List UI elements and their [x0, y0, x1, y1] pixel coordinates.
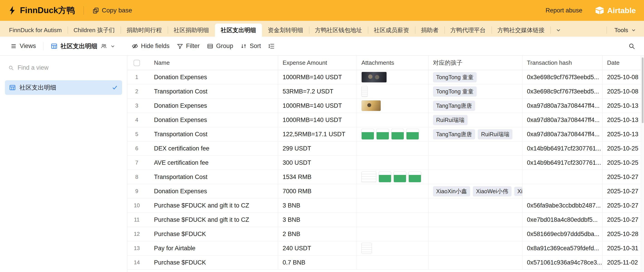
cell-name[interactable]: DEX certification fee — [146, 141, 278, 155]
attachment-thumb-receipt-green[interactable] — [362, 129, 374, 140]
cell-date[interactable]: 2025-10-25 — [602, 156, 640, 170]
cell-transaction-hash[interactable] — [522, 184, 602, 198]
cell-date[interactable]: 2025-10-13 — [602, 127, 640, 141]
table-row[interactable]: 6DEX certification fee299 USDT0x14b9b649… — [127, 141, 644, 156]
cell-name[interactable]: Donation Expenses — [146, 70, 278, 84]
attachment-thumb-receipt-green[interactable] — [391, 129, 404, 140]
attachment-thumb-receipt-tall[interactable] — [362, 86, 368, 97]
attachment-thumb-receipt-green[interactable] — [394, 172, 406, 182]
cell-date[interactable]: 2025-10-27 — [602, 213, 640, 227]
column-header-5[interactable]: Date — [602, 56, 640, 70]
tab-7[interactable]: 社区成员薪资 — [368, 23, 415, 37]
cell-expense-amount[interactable]: 3 BNB — [278, 213, 357, 227]
child-tag[interactable]: TongTong 童童 — [433, 86, 477, 97]
active-view-button[interactable]: 社区支出明细 — [47, 40, 119, 52]
vertical-scrollbar[interactable] — [641, 56, 644, 272]
cell-attachments[interactable] — [357, 99, 428, 113]
cell-attachments[interactable] — [357, 127, 428, 141]
child-tag[interactable]: Xi — [514, 187, 522, 196]
cell-expense-amount[interactable]: 240 USDT — [278, 241, 357, 255]
tabs-overflow-button[interactable] — [550, 23, 566, 37]
cell-date[interactable]: 2025-10-27 — [602, 199, 640, 213]
column-header-4[interactable]: Transaction hash — [522, 56, 602, 70]
cell-attachments[interactable] — [357, 70, 428, 84]
cell-transaction-hash[interactable]: 0x14b9b64917cf2307761... — [522, 141, 602, 155]
attachment-thumb-receipt-green[interactable] — [378, 172, 391, 182]
attachment-thumb-photo-dark[interactable] — [362, 72, 387, 83]
cell-expense-amount[interactable]: 3 BNB — [278, 199, 357, 213]
child-tag[interactable]: XiaoWei小伟 — [473, 186, 512, 196]
cell-name[interactable]: Purchase $FDUCK — [146, 227, 278, 241]
column-header-2[interactable]: Attachments — [357, 56, 428, 70]
table-row[interactable]: 10Purchase $FDUCK and gift it to CZ3 BNB… — [127, 199, 644, 213]
table-row[interactable]: 12Purchase $FDUCK2 BNB0x581669ecb97ddd5d… — [127, 227, 644, 241]
cell-attachments[interactable] — [357, 84, 428, 98]
tab-6[interactable]: 方鸭社区钱包地址 — [309, 23, 368, 37]
tab-0[interactable]: FinnDuck for Autism — [3, 23, 68, 37]
cell-name[interactable]: Donation Expenses — [146, 113, 278, 127]
cell-name[interactable]: Transportation Cost — [146, 84, 278, 98]
column-header-1[interactable]: Expense Amount — [278, 56, 357, 70]
cell-expense-amount[interactable]: 299 USDT — [278, 141, 357, 155]
cell-date[interactable]: 2025-10-13 — [602, 113, 640, 127]
cell-attachments[interactable] — [357, 170, 428, 184]
cell-children[interactable] — [428, 199, 522, 213]
cell-name[interactable]: Donation Expenses — [146, 99, 278, 113]
table-row[interactable]: 4Donation Expenses1000RMB=140 USDTRuiRui… — [127, 113, 644, 127]
find-view-input[interactable] — [18, 64, 119, 71]
table-row[interactable]: 3Donation Expenses1000RMB=140 USDTTangTa… — [127, 99, 644, 113]
attachment-thumb-photo-warm[interactable] — [362, 100, 381, 111]
table-row[interactable]: 11Purchase $FDUCK and gift it to CZ3 BNB… — [127, 213, 644, 227]
table-row[interactable]: 2Transportation Cost53RMB=7.2 USDTTongTo… — [127, 84, 644, 99]
cell-attachments[interactable] — [357, 241, 428, 255]
tab-1[interactable]: Children 孩子们 — [68, 23, 121, 37]
table-row[interactable]: 1Donation Expenses1000RMB=140 USDTTongTo… — [127, 70, 644, 84]
cell-expense-amount[interactable]: 1000RMB=140 USDT — [278, 113, 357, 127]
cell-transaction-hash[interactable]: 0x8a91c369cea579fdefd... — [522, 241, 602, 255]
cell-transaction-hash[interactable]: 0x581669ecb97ddd5dba... — [522, 227, 602, 241]
cell-children[interactable] — [428, 141, 522, 155]
cell-children[interactable] — [428, 213, 522, 227]
cell-expense-amount[interactable]: 122,5RMB=17.1 USDT — [278, 127, 357, 141]
cell-attachments[interactable] — [357, 199, 428, 213]
cell-expense-amount[interactable]: 1534 RMB — [278, 170, 357, 184]
tab-3[interactable]: 社区捐助明细 — [168, 23, 215, 37]
cell-transaction-hash[interactable]: 0x56fa9abe3ccbdbb2487... — [522, 199, 602, 213]
cell-expense-amount[interactable]: 53RMB=7.2 USDT — [278, 84, 357, 98]
cell-name[interactable]: Purchase $FDUCK — [146, 256, 278, 270]
table-row[interactable]: 8Transportation Cost1534 RMB2025-10-27 — [127, 170, 644, 184]
cell-attachments[interactable] — [357, 156, 428, 170]
cell-children[interactable]: TangTang唐唐RuiRui瑞瑞 — [428, 127, 522, 141]
tools-menu[interactable]: Tools — [607, 23, 644, 37]
cell-children[interactable]: RuiRui瑞瑞 — [428, 113, 522, 127]
cell-children[interactable] — [428, 156, 522, 170]
cell-children[interactable]: TongTong 童童 — [428, 84, 522, 98]
cell-transaction-hash[interactable]: 0x3e698c9cf767f3eebd5... — [522, 84, 602, 98]
cell-expense-amount[interactable]: 1000RMB=140 USDT — [278, 70, 357, 84]
cell-name[interactable]: Purchase $FDUCK and gift it to CZ — [146, 213, 278, 227]
copy-base-button[interactable]: Copy base — [92, 7, 132, 14]
cell-expense-amount[interactable]: 2 BNB — [278, 227, 357, 241]
tab-5[interactable]: 资金划转明细 — [262, 23, 309, 37]
cell-attachments[interactable] — [357, 256, 428, 270]
child-tag[interactable]: XiaoXin小鑫 — [433, 186, 470, 196]
attachment-thumb-receipt-green[interactable] — [406, 129, 419, 140]
cell-name[interactable]: Purchase $FDUCK and gift it to CZ — [146, 199, 278, 213]
cell-children[interactable] — [428, 227, 522, 241]
cell-name[interactable]: Transportation Cost — [146, 170, 278, 184]
tab-2[interactable]: 捐助时间行程 — [121, 23, 168, 37]
report-abuse-link[interactable]: Report abuse — [546, 7, 582, 14]
search-button[interactable] — [626, 41, 637, 52]
cell-date[interactable]: 2025-10-28 — [602, 227, 640, 241]
cell-transaction-hash[interactable]: 0xe7bd018a4c80eddbf5... — [522, 213, 602, 227]
child-tag[interactable]: RuiRui瑞瑞 — [478, 129, 512, 139]
cell-transaction-hash[interactable]: 0xa97d80a73a708447ff4... — [522, 113, 602, 127]
cell-transaction-hash[interactable]: 0xa97d80a73a708447ff4... — [522, 99, 602, 113]
cell-name[interactable]: AVE certification fee — [146, 156, 278, 170]
sort-button[interactable]: Sort — [237, 40, 265, 52]
select-all-checkbox[interactable] — [134, 60, 140, 66]
cell-transaction-hash[interactable]: 0x14b9b64917cf2307761... — [522, 156, 602, 170]
cell-date[interactable]: 2025-10-25 — [602, 141, 640, 155]
cell-transaction-hash[interactable]: 0xa97d80a73a708447ff4... — [522, 127, 602, 141]
table-row[interactable]: 14Purchase $FDUCK0.7 BNB0x571061c936a94c… — [127, 256, 644, 270]
